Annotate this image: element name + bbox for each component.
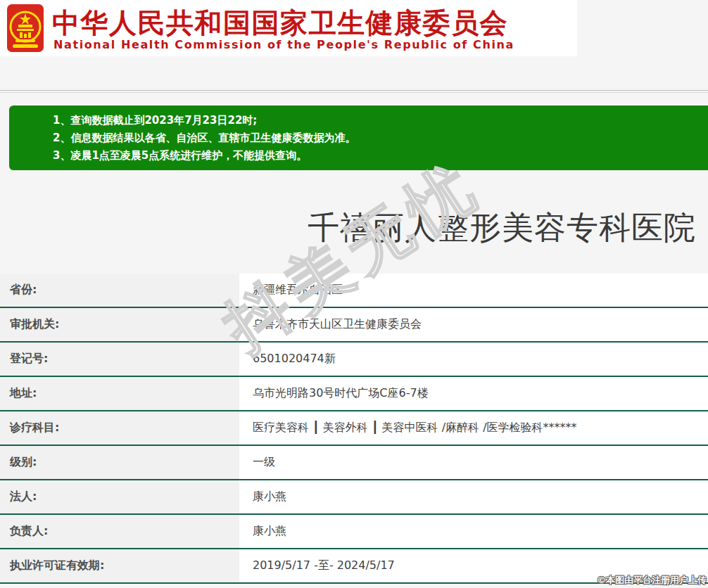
field-label: 省份: bbox=[0, 274, 239, 307]
header-divider-line bbox=[0, 90, 708, 91]
field-label: 登记号: bbox=[0, 343, 239, 376]
field-value: 新疆维吾尔自治区 bbox=[239, 274, 708, 307]
table-row-registration-number: 登记号: 6501020474新 bbox=[0, 343, 708, 377]
header-title-cn: 中华人民共和国国家卫生健康委员会 bbox=[52, 4, 573, 42]
field-value: 医疗美容科 ┃ 美容外科 ┃ 美容中医科 /麻醉科 /医学检验科****** bbox=[239, 411, 708, 445]
notice-line-3: 3、凌晨1点至凌晨5点系统进行维护，不能提供查询。 bbox=[53, 147, 708, 165]
table-row-person-in-charge: 负责人: 康小燕 bbox=[0, 515, 708, 549]
field-label: 诊疗科目: bbox=[0, 411, 239, 445]
field-value: 一级 bbox=[239, 446, 708, 479]
header-title-en: National Health Commission of the People… bbox=[53, 38, 574, 51]
table-row-province: 省份: 新疆维吾尔自治区 bbox=[0, 274, 708, 308]
table-row-legal-person: 法人: 康小燕 bbox=[0, 480, 708, 515]
field-value: 6501020474新 bbox=[239, 343, 708, 376]
field-value: 乌市光明路30号时代广场C座6-7楼 bbox=[239, 377, 708, 410]
notice-box: 1、查询数据截止到2023年7月23日22时; 2、信息数据结果以各省、自治区、… bbox=[9, 106, 708, 170]
field-value: 乌鲁木齐市天山区卫生健康委员会 bbox=[239, 308, 708, 341]
field-label: 审批机关: bbox=[0, 308, 239, 341]
field-label: 执业许可证有效期: bbox=[0, 549, 239, 582]
field-value: 康小燕 bbox=[239, 515, 708, 548]
site-header: 中华人民共和国国家卫生健康委员会 National Health Commiss… bbox=[0, 0, 577, 56]
table-row-approval-authority: 审批机关: 乌鲁木齐市天山区卫生健康委员会 bbox=[0, 308, 708, 343]
corner-copyright-watermark: ©本图由平台注册用户上传 bbox=[597, 574, 707, 587]
table-row-level: 级别: 一级 bbox=[0, 446, 708, 480]
table-row-address: 地址: 乌市光明路30号时代广场C座6-7楼 bbox=[0, 377, 708, 411]
field-label: 地址: bbox=[0, 377, 239, 410]
hospital-name-heading: 千禧丽人整形美容专科医院 bbox=[308, 207, 696, 249]
header-divider-line-2 bbox=[0, 92, 708, 93]
notice-line-1: 1、查询数据截止到2023年7月23日22时; bbox=[53, 112, 708, 129]
notice-line-2: 2、信息数据结果以各省、自治区、直辖市卫生健康委数据为准。 bbox=[53, 129, 708, 147]
field-label: 法人: bbox=[0, 480, 239, 513]
table-row-departments: 诊疗科目: 医疗美容科 ┃ 美容外科 ┃ 美容中医科 /麻醉科 /医学检验科**… bbox=[0, 411, 708, 446]
national-emblem-icon bbox=[6, 4, 44, 53]
field-value: 康小燕 bbox=[239, 480, 708, 513]
field-label: 负责人: bbox=[0, 515, 239, 548]
license-info-table: 省份: 新疆维吾尔自治区 审批机关: 乌鲁木齐市天山区卫生健康委员会 登记号: … bbox=[0, 274, 708, 584]
field-label: 级别: bbox=[0, 446, 239, 479]
